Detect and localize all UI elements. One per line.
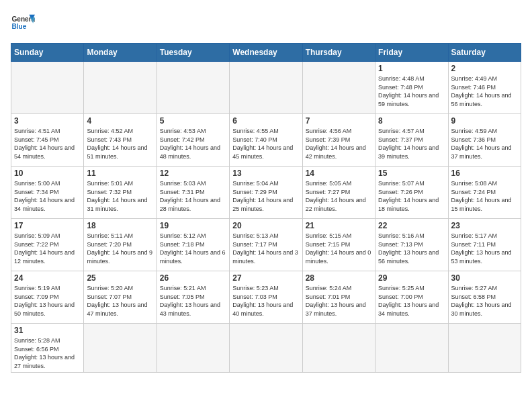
- calendar-day-cell: 9Sunrise: 4:59 AM Sunset: 7:36 PM Daylig…: [448, 114, 521, 167]
- day-number: 22: [378, 221, 445, 230]
- day-info: Sunrise: 4:56 AM Sunset: 7:39 PM Dayligh…: [306, 127, 372, 161]
- calendar-day-cell: 6Sunrise: 4:55 AM Sunset: 7:40 PM Daylig…: [230, 114, 302, 167]
- calendar-day-cell: 29Sunrise: 5:25 AM Sunset: 7:00 PM Dayli…: [375, 271, 448, 324]
- weekday-header: Friday: [375, 44, 448, 62]
- day-info: Sunrise: 5:08 AM Sunset: 7:24 PM Dayligh…: [451, 179, 518, 213]
- day-number: 16: [451, 169, 518, 178]
- calendar-day-cell: [230, 62, 302, 114]
- day-number: 25: [87, 273, 153, 283]
- calendar-day-cell: [84, 62, 157, 114]
- calendar-day-cell: 30Sunrise: 5:27 AM Sunset: 6:58 PM Dayli…: [448, 271, 521, 324]
- calendar-day-cell: 19Sunrise: 5:12 AM Sunset: 7:18 PM Dayli…: [157, 219, 229, 271]
- day-info: Sunrise: 5:15 AM Sunset: 7:15 PM Dayligh…: [306, 232, 372, 265]
- day-number: 4: [87, 116, 153, 126]
- weekday-header: Thursday: [302, 44, 375, 62]
- day-number: 28: [306, 273, 372, 283]
- day-info: Sunrise: 5:27 AM Sunset: 6:58 PM Dayligh…: [451, 284, 518, 318]
- weekday-header: Monday: [84, 44, 157, 62]
- calendar-day-cell: [230, 324, 302, 373]
- day-number: 11: [87, 169, 153, 178]
- day-number: 6: [232, 116, 299, 126]
- calendar-day-cell: [302, 324, 375, 373]
- calendar-day-cell: 27Sunrise: 5:23 AM Sunset: 7:03 PM Dayli…: [230, 271, 302, 324]
- day-number: 17: [14, 221, 81, 230]
- calendar-day-cell: [302, 62, 375, 114]
- day-info: Sunrise: 4:52 AM Sunset: 7:43 PM Dayligh…: [87, 127, 153, 161]
- day-number: 20: [232, 221, 299, 230]
- day-number: 18: [87, 221, 153, 230]
- day-info: Sunrise: 5:12 AM Sunset: 7:18 PM Dayligh…: [160, 232, 226, 265]
- day-number: 29: [378, 273, 445, 283]
- calendar-day-cell: 18Sunrise: 5:11 AM Sunset: 7:20 PM Dayli…: [84, 219, 157, 271]
- day-info: Sunrise: 5:24 AM Sunset: 7:01 PM Dayligh…: [306, 284, 372, 318]
- weekday-header: Wednesday: [230, 44, 302, 62]
- day-number: 31: [14, 326, 81, 335]
- day-info: Sunrise: 5:11 AM Sunset: 7:20 PM Dayligh…: [87, 232, 153, 265]
- day-info: Sunrise: 5:03 AM Sunset: 7:31 PM Dayligh…: [160, 179, 226, 213]
- day-info: Sunrise: 5:07 AM Sunset: 7:26 PM Dayligh…: [378, 179, 445, 213]
- day-info: Sunrise: 5:25 AM Sunset: 7:00 PM Dayligh…: [378, 284, 445, 318]
- calendar-day-cell: 16Sunrise: 5:08 AM Sunset: 7:24 PM Dayli…: [448, 167, 521, 219]
- day-info: Sunrise: 5:23 AM Sunset: 7:03 PM Dayligh…: [232, 284, 299, 318]
- calendar-day-cell: 13Sunrise: 5:04 AM Sunset: 7:29 PM Dayli…: [230, 167, 302, 219]
- day-number: 26: [160, 273, 226, 283]
- day-number: 12: [160, 169, 226, 178]
- day-number: 24: [14, 273, 81, 283]
- calendar-week-row: 3Sunrise: 4:51 AM Sunset: 7:45 PM Daylig…: [11, 114, 521, 167]
- day-number: 5: [160, 116, 226, 126]
- calendar-day-cell: 3Sunrise: 4:51 AM Sunset: 7:45 PM Daylig…: [11, 114, 84, 167]
- calendar-day-cell: 8Sunrise: 4:57 AM Sunset: 7:37 PM Daylig…: [375, 114, 448, 167]
- calendar-day-cell: 4Sunrise: 4:52 AM Sunset: 7:43 PM Daylig…: [84, 114, 157, 167]
- calendar-day-cell: 28Sunrise: 5:24 AM Sunset: 7:01 PM Dayli…: [302, 271, 375, 324]
- logo-icon: General Blue: [11, 11, 35, 35]
- calendar-day-cell: 2Sunrise: 4:49 AM Sunset: 7:46 PM Daylig…: [448, 62, 521, 114]
- calendar-day-cell: 25Sunrise: 5:20 AM Sunset: 7:07 PM Dayli…: [84, 271, 157, 324]
- day-number: 7: [306, 116, 372, 126]
- day-number: 19: [160, 221, 226, 230]
- calendar-day-cell: 26Sunrise: 5:21 AM Sunset: 7:05 PM Dayli…: [157, 271, 229, 324]
- logo: General Blue: [11, 11, 17, 35]
- header: General Blue: [11, 11, 521, 35]
- calendar-day-cell: 12Sunrise: 5:03 AM Sunset: 7:31 PM Dayli…: [157, 167, 229, 219]
- day-info: Sunrise: 5:28 AM Sunset: 6:56 PM Dayligh…: [14, 336, 81, 370]
- calendar-day-cell: [11, 62, 84, 114]
- calendar-day-cell: 15Sunrise: 5:07 AM Sunset: 7:26 PM Dayli…: [375, 167, 448, 219]
- day-number: 30: [451, 273, 518, 283]
- calendar-day-cell: 14Sunrise: 5:05 AM Sunset: 7:27 PM Dayli…: [302, 167, 375, 219]
- day-number: 10: [14, 169, 81, 178]
- day-number: 15: [378, 169, 445, 178]
- day-info: Sunrise: 5:19 AM Sunset: 7:09 PM Dayligh…: [14, 284, 81, 318]
- day-info: Sunrise: 5:09 AM Sunset: 7:22 PM Dayligh…: [14, 232, 81, 265]
- weekday-header: Tuesday: [157, 44, 229, 62]
- day-number: 23: [451, 221, 518, 230]
- calendar-day-cell: 23Sunrise: 5:17 AM Sunset: 7:11 PM Dayli…: [448, 219, 521, 271]
- calendar-week-row: 31Sunrise: 5:28 AM Sunset: 6:56 PM Dayli…: [11, 324, 521, 373]
- weekday-header: Sunday: [11, 44, 84, 62]
- weekday-header: Saturday: [448, 44, 521, 62]
- calendar-day-cell: 5Sunrise: 4:53 AM Sunset: 7:42 PM Daylig…: [157, 114, 229, 167]
- calendar-week-row: 24Sunrise: 5:19 AM Sunset: 7:09 PM Dayli…: [11, 271, 521, 324]
- calendar-day-cell: 10Sunrise: 5:00 AM Sunset: 7:34 PM Dayli…: [11, 167, 84, 219]
- calendar-day-cell: 7Sunrise: 4:56 AM Sunset: 7:39 PM Daylig…: [302, 114, 375, 167]
- calendar-day-cell: [375, 324, 448, 373]
- day-number: 27: [232, 273, 299, 283]
- calendar-day-cell: 11Sunrise: 5:01 AM Sunset: 7:32 PM Dayli…: [84, 167, 157, 219]
- day-number: 3: [14, 116, 81, 126]
- calendar-day-cell: 21Sunrise: 5:15 AM Sunset: 7:15 PM Dayli…: [302, 219, 375, 271]
- day-info: Sunrise: 4:51 AM Sunset: 7:45 PM Dayligh…: [14, 127, 81, 161]
- day-number: 8: [378, 116, 445, 126]
- day-info: Sunrise: 4:49 AM Sunset: 7:46 PM Dayligh…: [451, 75, 518, 108]
- calendar-week-row: 17Sunrise: 5:09 AM Sunset: 7:22 PM Dayli…: [11, 219, 521, 271]
- calendar-table: SundayMondayTuesdayWednesdayThursdayFrid…: [11, 43, 521, 373]
- calendar-week-row: 10Sunrise: 5:00 AM Sunset: 7:34 PM Dayli…: [11, 167, 521, 219]
- calendar-day-cell: [84, 324, 157, 373]
- calendar-day-cell: 17Sunrise: 5:09 AM Sunset: 7:22 PM Dayli…: [11, 219, 84, 271]
- day-info: Sunrise: 4:57 AM Sunset: 7:37 PM Dayligh…: [378, 127, 445, 161]
- day-info: Sunrise: 5:01 AM Sunset: 7:32 PM Dayligh…: [87, 179, 153, 213]
- calendar-day-cell: [157, 62, 229, 114]
- day-info: Sunrise: 5:13 AM Sunset: 7:17 PM Dayligh…: [232, 232, 299, 265]
- day-info: Sunrise: 4:48 AM Sunset: 7:48 PM Dayligh…: [378, 75, 445, 108]
- day-info: Sunrise: 5:21 AM Sunset: 7:05 PM Dayligh…: [160, 284, 226, 318]
- day-info: Sunrise: 5:04 AM Sunset: 7:29 PM Dayligh…: [232, 179, 299, 213]
- calendar-day-cell: 24Sunrise: 5:19 AM Sunset: 7:09 PM Dayli…: [11, 271, 84, 324]
